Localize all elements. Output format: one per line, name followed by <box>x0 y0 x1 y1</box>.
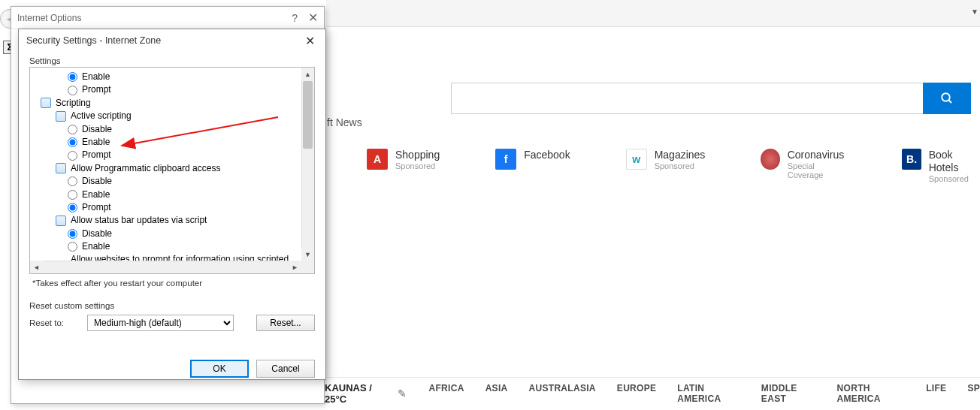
vertical-scrollbar[interactable]: ▲ ▼ <box>301 68 314 261</box>
radio-prompt[interactable] <box>68 151 77 161</box>
shopping-icon: A <box>367 149 388 170</box>
scroll-left-icon[interactable]: ◄ <box>30 261 43 273</box>
tile-facebook[interactable]: f Facebook <box>495 149 570 183</box>
io-titlebar[interactable]: Internet Options ? ✕ <box>11 7 324 29</box>
reset-button[interactable]: Reset... <box>256 315 315 331</box>
region-link[interactable]: NORTH AMERICA <box>837 383 906 404</box>
pencil-icon[interactable]: ✎ <box>398 387 407 399</box>
scroll-down-icon[interactable]: ▼ <box>301 248 314 261</box>
ss-titlebar[interactable]: Security Settings - Internet Zone ✕ <box>19 29 325 52</box>
weather-text[interactable]: KAUNAS / 25°C <box>325 382 393 405</box>
toolbar: ▼ <box>326 0 980 27</box>
svg-line-1 <box>948 100 951 103</box>
radio-enable[interactable] <box>68 242 77 252</box>
coronavirus-icon <box>761 149 779 170</box>
svg-point-0 <box>942 93 950 101</box>
radio-disable[interactable] <box>68 125 77 134</box>
tile-shopping[interactable]: A Shopping Sponsored <box>367 149 440 183</box>
category-icon <box>56 163 66 173</box>
category-icon <box>41 98 51 108</box>
region-link[interactable]: EUROPE <box>617 383 656 404</box>
security-settings-dialog: Security Settings - Internet Zone ✕ Sett… <box>18 29 326 380</box>
ok-button[interactable]: OK <box>190 360 249 378</box>
region-link[interactable]: AFRICA <box>429 383 464 404</box>
category-icon <box>56 111 66 122</box>
tile-coronavirus[interactable]: Coronavirus Special Coverage <box>761 149 846 183</box>
search-button[interactable] <box>923 83 971 114</box>
io-title-text: Internet Options <box>17 13 81 23</box>
news-label: ft News <box>327 116 362 128</box>
radio-prompt[interactable] <box>68 203 77 213</box>
reset-level-select[interactable]: Medium-high (default) <box>87 315 234 331</box>
tile-magazines[interactable]: w Magazines Sponsored <box>626 149 706 183</box>
radio-prompt[interactable] <box>68 86 77 95</box>
radio-enable[interactable] <box>68 137 77 147</box>
cancel-button[interactable]: Cancel <box>256 360 315 378</box>
search-input[interactable] <box>451 83 923 114</box>
ss-title-text: Security Settings - Internet Zone <box>26 35 161 46</box>
region-link[interactable]: MIDDLE EAST <box>761 383 816 404</box>
restart-note: *Takes effect after you restart your com… <box>32 279 315 288</box>
close-icon[interactable]: ✕ <box>308 11 318 25</box>
radio-disable[interactable] <box>68 176 77 186</box>
tiles-row: A Shopping Sponsored f Facebook w Magazi… <box>367 149 980 183</box>
tile-hotels[interactable]: B. Book Hotels Sponsored <box>902 149 980 183</box>
close-icon[interactable]: ✕ <box>302 34 318 48</box>
horizontal-scrollbar[interactable]: ◄ ► <box>30 261 301 273</box>
settings-label: Settings <box>29 56 315 65</box>
settings-tree: Enable Prompt Scripting Active scripting… <box>29 67 315 274</box>
help-icon[interactable]: ? <box>292 12 298 24</box>
reset-group-label: Reset custom settings <box>29 301 315 310</box>
chevron-down-icon[interactable]: ▼ <box>971 8 978 16</box>
region-link[interactable]: LIFE <box>926 383 946 404</box>
category-icon <box>56 216 66 226</box>
radio-enable[interactable] <box>68 190 77 200</box>
region-link[interactable]: LATIN AMERICA <box>677 383 740 404</box>
search-icon <box>940 92 954 105</box>
facebook-icon: f <box>495 149 516 170</box>
magazines-icon: w <box>626 149 647 170</box>
radio-enable[interactable] <box>68 72 77 82</box>
scroll-right-icon[interactable]: ► <box>289 261 301 273</box>
scroll-up-icon[interactable]: ▲ <box>301 68 314 80</box>
region-link[interactable]: ASIA <box>485 383 508 404</box>
region-link[interactable]: AUSTRALASIA <box>529 383 596 404</box>
booking-icon: B. <box>902 149 921 170</box>
radio-disable[interactable] <box>68 229 77 239</box>
reset-to-label: Reset to: <box>29 318 65 327</box>
region-link[interactable]: SP <box>967 383 980 404</box>
scroll-thumb[interactable] <box>303 81 313 149</box>
